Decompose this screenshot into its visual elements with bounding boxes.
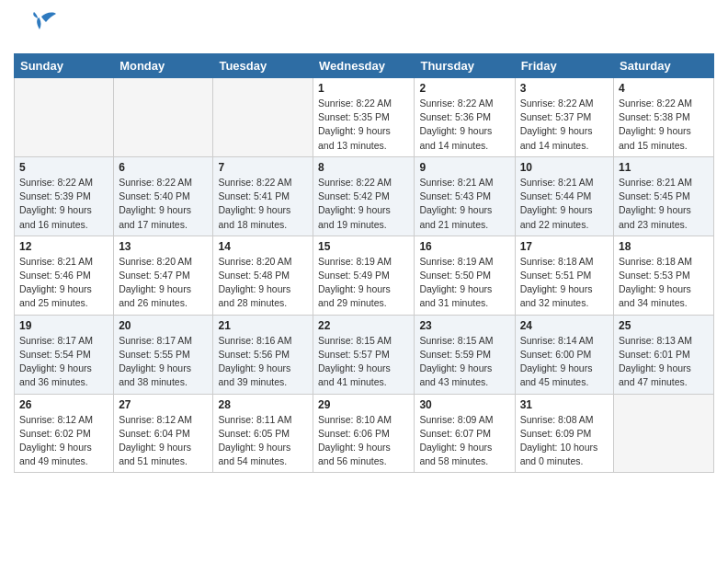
calendar-cell: 27Sunrise: 8:12 AMSunset: 6:04 PMDayligh… xyxy=(114,394,213,473)
calendar-cell: 2Sunrise: 8:22 AMSunset: 5:36 PMDaylight… xyxy=(415,78,515,157)
calendar-cell: 5Sunrise: 8:22 AMSunset: 5:39 PMDaylight… xyxy=(15,156,114,236)
calendar-cell: 22Sunrise: 8:15 AMSunset: 5:57 PMDayligh… xyxy=(313,315,415,394)
day-info: Sunrise: 8:11 AMSunset: 6:05 PMDaylight:… xyxy=(218,413,308,469)
calendar: SundayMondayTuesdayWednesdayThursdayFrid… xyxy=(14,53,714,473)
day-number: 25 xyxy=(619,319,709,332)
day-info: Sunrise: 8:16 AMSunset: 5:56 PMDaylight:… xyxy=(218,334,308,390)
day-info: Sunrise: 8:20 AMSunset: 5:47 PMDaylight:… xyxy=(119,255,208,311)
day-info: Sunrise: 8:22 AMSunset: 5:36 PMDaylight:… xyxy=(419,97,509,153)
day-number: 15 xyxy=(318,240,409,253)
calendar-cell: 13Sunrise: 8:20 AMSunset: 5:47 PMDayligh… xyxy=(114,236,213,315)
calendar-cell: 8Sunrise: 8:22 AMSunset: 5:42 PMDaylight… xyxy=(313,156,415,236)
calendar-cell: 4Sunrise: 8:22 AMSunset: 5:38 PMDaylight… xyxy=(614,78,714,157)
day-info: Sunrise: 8:19 AMSunset: 5:49 PMDaylight:… xyxy=(318,255,409,311)
day-number: 21 xyxy=(218,319,308,332)
weekday-header-wednesday: Wednesday xyxy=(313,54,415,78)
calendar-cell xyxy=(213,78,313,157)
day-info: Sunrise: 8:22 AMSunset: 5:39 PMDaylight:… xyxy=(19,176,108,232)
page: SundayMondayTuesdayWednesdayThursdayFrid… xyxy=(0,0,728,482)
calendar-cell: 25Sunrise: 8:13 AMSunset: 6:01 PMDayligh… xyxy=(614,315,714,394)
day-number: 12 xyxy=(19,240,108,253)
day-number: 28 xyxy=(218,398,308,411)
day-info: Sunrise: 8:09 AMSunset: 6:07 PMDaylight:… xyxy=(419,413,509,469)
weekday-header-tuesday: Tuesday xyxy=(213,54,313,78)
calendar-cell: 29Sunrise: 8:10 AMSunset: 6:06 PMDayligh… xyxy=(313,394,415,473)
calendar-cell: 17Sunrise: 8:18 AMSunset: 5:51 PMDayligh… xyxy=(515,236,613,315)
day-number: 31 xyxy=(520,398,609,411)
day-number: 23 xyxy=(419,319,509,332)
day-info: Sunrise: 8:08 AMSunset: 6:09 PMDaylight:… xyxy=(520,413,609,469)
day-number: 6 xyxy=(119,161,208,174)
day-number: 2 xyxy=(419,82,509,95)
header xyxy=(14,9,714,46)
calendar-cell: 24Sunrise: 8:14 AMSunset: 6:00 PMDayligh… xyxy=(515,315,613,394)
day-number: 20 xyxy=(119,319,208,332)
day-number: 13 xyxy=(119,240,208,253)
day-info: Sunrise: 8:18 AMSunset: 5:51 PMDaylight:… xyxy=(520,255,609,311)
day-number: 16 xyxy=(419,240,509,253)
calendar-cell xyxy=(15,78,114,157)
day-number: 11 xyxy=(619,161,709,174)
weekday-header-thursday: Thursday xyxy=(415,54,515,78)
day-info: Sunrise: 8:18 AMSunset: 5:53 PMDaylight:… xyxy=(619,255,709,311)
calendar-cell: 23Sunrise: 8:15 AMSunset: 5:59 PMDayligh… xyxy=(415,315,515,394)
day-info: Sunrise: 8:15 AMSunset: 5:57 PMDaylight:… xyxy=(318,334,409,390)
calendar-cell: 21Sunrise: 8:16 AMSunset: 5:56 PMDayligh… xyxy=(213,315,313,394)
calendar-cell: 10Sunrise: 8:21 AMSunset: 5:44 PMDayligh… xyxy=(515,156,613,236)
calendar-cell: 26Sunrise: 8:12 AMSunset: 6:02 PMDayligh… xyxy=(15,394,114,473)
weekday-header-monday: Monday xyxy=(114,54,213,78)
day-info: Sunrise: 8:20 AMSunset: 5:48 PMDaylight:… xyxy=(218,255,308,311)
calendar-cell: 31Sunrise: 8:08 AMSunset: 6:09 PMDayligh… xyxy=(515,394,613,473)
weekday-header-saturday: Saturday xyxy=(614,54,714,78)
calendar-cell: 9Sunrise: 8:21 AMSunset: 5:43 PMDaylight… xyxy=(415,156,515,236)
day-info: Sunrise: 8:21 AMSunset: 5:46 PMDaylight:… xyxy=(19,255,108,311)
day-info: Sunrise: 8:14 AMSunset: 6:00 PMDaylight:… xyxy=(520,334,609,390)
day-info: Sunrise: 8:22 AMSunset: 5:37 PMDaylight:… xyxy=(520,97,609,153)
day-info: Sunrise: 8:10 AMSunset: 6:06 PMDaylight:… xyxy=(318,413,409,469)
day-info: Sunrise: 8:22 AMSunset: 5:38 PMDaylight:… xyxy=(619,97,709,153)
weekday-header-row: SundayMondayTuesdayWednesdayThursdayFrid… xyxy=(15,54,714,78)
calendar-cell: 7Sunrise: 8:22 AMSunset: 5:41 PMDaylight… xyxy=(213,156,313,236)
calendar-cell: 19Sunrise: 8:17 AMSunset: 5:54 PMDayligh… xyxy=(15,315,114,394)
day-number: 19 xyxy=(19,319,108,332)
day-info: Sunrise: 8:22 AMSunset: 5:35 PMDaylight:… xyxy=(318,97,409,153)
calendar-cell: 16Sunrise: 8:19 AMSunset: 5:50 PMDayligh… xyxy=(415,236,515,315)
calendar-cell xyxy=(114,78,213,157)
day-number: 1 xyxy=(318,82,409,95)
calendar-week-row: 19Sunrise: 8:17 AMSunset: 5:54 PMDayligh… xyxy=(15,315,714,394)
day-number: 24 xyxy=(520,319,609,332)
calendar-cell: 6Sunrise: 8:22 AMSunset: 5:40 PMDaylight… xyxy=(114,156,213,236)
day-number: 26 xyxy=(19,398,108,411)
day-info: Sunrise: 8:22 AMSunset: 5:40 PMDaylight:… xyxy=(119,176,208,232)
day-number: 22 xyxy=(318,319,409,332)
calendar-week-row: 12Sunrise: 8:21 AMSunset: 5:46 PMDayligh… xyxy=(15,236,714,315)
day-number: 4 xyxy=(619,82,709,95)
day-number: 30 xyxy=(419,398,509,411)
weekday-header-friday: Friday xyxy=(515,54,613,78)
day-info: Sunrise: 8:13 AMSunset: 6:01 PMDaylight:… xyxy=(619,334,709,390)
day-number: 9 xyxy=(419,161,509,174)
calendar-cell: 20Sunrise: 8:17 AMSunset: 5:55 PMDayligh… xyxy=(114,315,213,394)
day-number: 17 xyxy=(520,240,609,253)
day-number: 27 xyxy=(119,398,208,411)
calendar-cell: 28Sunrise: 8:11 AMSunset: 6:05 PMDayligh… xyxy=(213,394,313,473)
day-number: 8 xyxy=(318,161,409,174)
day-number: 14 xyxy=(218,240,308,253)
day-info: Sunrise: 8:12 AMSunset: 6:04 PMDaylight:… xyxy=(119,413,208,469)
day-info: Sunrise: 8:22 AMSunset: 5:42 PMDaylight:… xyxy=(318,176,409,232)
day-info: Sunrise: 8:17 AMSunset: 5:54 PMDaylight:… xyxy=(19,334,108,390)
day-info: Sunrise: 8:12 AMSunset: 6:02 PMDaylight:… xyxy=(19,413,108,469)
calendar-cell: 18Sunrise: 8:18 AMSunset: 5:53 PMDayligh… xyxy=(614,236,714,315)
calendar-week-row: 1Sunrise: 8:22 AMSunset: 5:35 PMDaylight… xyxy=(15,78,714,157)
calendar-cell xyxy=(614,394,714,473)
logo-icon xyxy=(14,9,58,46)
day-number: 3 xyxy=(520,82,609,95)
calendar-cell: 14Sunrise: 8:20 AMSunset: 5:48 PMDayligh… xyxy=(213,236,313,315)
calendar-cell: 30Sunrise: 8:09 AMSunset: 6:07 PMDayligh… xyxy=(415,394,515,473)
calendar-cell: 15Sunrise: 8:19 AMSunset: 5:49 PMDayligh… xyxy=(313,236,415,315)
day-info: Sunrise: 8:15 AMSunset: 5:59 PMDaylight:… xyxy=(419,334,509,390)
day-info: Sunrise: 8:21 AMSunset: 5:44 PMDaylight:… xyxy=(520,176,609,232)
logo xyxy=(14,9,58,46)
day-info: Sunrise: 8:22 AMSunset: 5:41 PMDaylight:… xyxy=(218,176,308,232)
day-info: Sunrise: 8:21 AMSunset: 5:43 PMDaylight:… xyxy=(419,176,509,232)
